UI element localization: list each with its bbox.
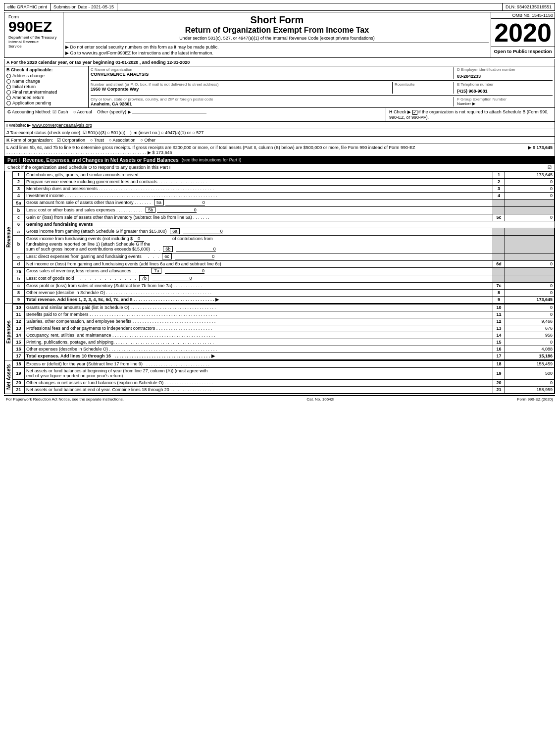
part1-desc: Revenue, Expenses, and Changes in Net As… (23, 157, 179, 163)
line-4-val: 0 (505, 192, 555, 199)
revenue-content: 1 Contributions, gifts, grants, and simi… (12, 171, 555, 303)
line-6d: d Net income or (loss) from gaming and f… (13, 260, 555, 267)
val-5a-inline: 0 (165, 200, 205, 205)
net-assets-table: 18 Excess or (deficit) for the year (Sub… (12, 360, 555, 394)
g-section: G Accounting Method: ☑ Cash ○ Accrual Ot… (4, 108, 386, 121)
pending-label: Application pending (12, 101, 51, 105)
line-6b-val (505, 235, 555, 253)
checkbox-pending[interactable]: Application pending (6, 101, 86, 105)
line-6b-desc: Gross income from fundraising events (no… (25, 235, 493, 253)
line-6-desc: Gaming and fundraising events (25, 221, 555, 228)
efile-label: efile GRAPHIC print (4, 3, 51, 10)
expenses-label: Expenses (4, 304, 12, 360)
org-name: CONVERGENCE ANALYSIS (91, 72, 452, 77)
main-form: A For the 2020 calendar year, or tax yea… (4, 59, 555, 394)
cat-number: Cat. No. 10642I (306, 397, 334, 402)
line-6a-num: a (13, 228, 25, 235)
line-9-ref: 9 (493, 296, 505, 303)
line-11-val: 0 (505, 311, 555, 318)
line-10-desc: Grants and similar amounts paid (list in… (25, 304, 493, 311)
amended-label: Amended return (12, 95, 45, 100)
line-6d-num: d (13, 260, 25, 267)
line-10-val: 0 (505, 304, 555, 311)
line-6d-desc: Net income or (loss) from gaming and fun… (25, 260, 493, 267)
line-13-val: 676 (505, 325, 555, 332)
title-center: Short Form Return of Organization Exempt… (63, 12, 491, 58)
line-21-val: 158,959 (505, 386, 555, 393)
line-12-desc: Salaries, other compensation, and employ… (25, 318, 493, 325)
name-label: Name change (12, 79, 40, 84)
line-6a-val (505, 228, 555, 235)
part1-label: Part I (7, 157, 20, 163)
line-18-ref: 18 (493, 360, 505, 367)
line-6b-ref (493, 235, 505, 253)
line-13-num: 13 (13, 325, 25, 332)
title-section: Form 990EZ Department of the Treasury In… (4, 12, 555, 58)
line-10-num: 10 (13, 304, 25, 311)
line-11-ref: 11 (493, 311, 505, 318)
line-17-num: 17 (13, 353, 25, 359)
line-19-desc: Net assets or fund balances at beginning… (25, 367, 493, 379)
line-7c: c Gross profit or (loss) from sales of i… (13, 282, 555, 289)
city: Anaheim, CA 92801 (91, 101, 452, 106)
line-8: 8 Other revenue (describe in Schedule O)… (13, 289, 555, 296)
line-7c-val: 0 (505, 282, 555, 289)
checkbox-name[interactable]: Name change (6, 79, 86, 84)
line-5a-desc: Gross amount from sale of assets other t… (25, 199, 493, 206)
line-13-desc: Professional fees and other payments to … (25, 325, 493, 332)
line-13: 13 Professional fees and other payments … (13, 325, 555, 332)
line-9-val: 173,645 (505, 296, 555, 303)
line-12: 12 Salaries, other compensation, and emp… (13, 318, 555, 325)
revenue-table: 1 Contributions, gifts, grants, and simi… (12, 171, 555, 303)
line-19: 19 Net assets or fund balances at beginn… (13, 367, 555, 379)
line-19-ref: 19 (493, 367, 505, 379)
line-15-ref: 15 (493, 339, 505, 346)
line-4-ref: 4 (493, 192, 505, 199)
section-b-left: B Check if applicable: Address change Na… (4, 66, 89, 107)
paperwork-notice: For Paperwork Reduction Act Notice, see … (6, 397, 124, 402)
line-16: 16 Other expenses (describe in Schedule … (13, 346, 555, 353)
checkbox-amended[interactable]: Amended return (6, 95, 86, 100)
line-17-desc: Total expenses. Add lines 10 through 16 … (25, 353, 493, 359)
line-5c: c Gain or (loss) from sale of assets oth… (13, 214, 555, 221)
line-5b-num: b (13, 206, 25, 214)
line-8-desc: Other revenue (describe in Schedule O) .… (25, 289, 493, 296)
no-ssn: ▶ Do not enter social security numbers o… (65, 45, 489, 50)
ein: 83-2842233 (457, 74, 553, 79)
line-14-val: 956 (505, 332, 555, 339)
line-21-num: 21 (13, 386, 25, 393)
line-5c-val: 0 (505, 214, 555, 221)
part1-check-text: Check if the organization used Schedule … (7, 165, 170, 170)
website: www.convergenceanalysis.org (32, 123, 92, 128)
expenses-section: Expenses 10 Grants and similar amounts p… (4, 303, 555, 360)
line-1-val: 173,645 (505, 171, 555, 178)
val-7b-inline: 0 (152, 276, 192, 281)
year-number: 2020 (491, 19, 555, 47)
line-18: 18 Excess or (deficit) for the year (Sub… (13, 360, 555, 367)
line-6c-desc: Less: direct expenses from gaming and fu… (25, 253, 493, 260)
line-14-num: 14 (13, 332, 25, 339)
line-5b: b Less: cost or other basis and sales ex… (13, 206, 555, 214)
ref-6b: 6b (163, 246, 173, 252)
section-b-right: C Name of organization CONVERGENCE ANALY… (89, 66, 555, 107)
i-row: I Website: ▶ www.convergenceanalysis.org (4, 122, 555, 129)
checkbox-final[interactable]: Final return/terminated (6, 90, 86, 95)
pending-circle (6, 101, 11, 105)
line-16-num: 16 (13, 346, 25, 353)
line-1-desc: Contributions, gifts, grants, and simila… (25, 171, 493, 178)
line-5c-desc: Gain or (loss) from sale of assets other… (25, 214, 493, 221)
line-6c-val (505, 253, 555, 260)
line-12-num: 12 (13, 318, 25, 325)
ref-7a: 7a (152, 268, 161, 274)
street: 1950 W Corporate Way (91, 87, 390, 92)
checkbox-initial[interactable]: Initial return (6, 84, 86, 89)
line-20-desc: Other changes in net assets or fund bala… (25, 379, 493, 386)
val-6a-inline: 0 (183, 229, 223, 234)
checkbox-address[interactable]: Address change (6, 73, 86, 78)
line-7b-ref (493, 275, 505, 282)
l-dots: . . . . . . . . . . . . . . . . . . . . … (6, 150, 172, 155)
line-2-num: 2 (13, 178, 25, 185)
line-5b-desc: Less: cost or other basis and sales expe… (25, 206, 493, 214)
line-1-ref: 1 (493, 171, 505, 178)
footer: For Paperwork Reduction Act Notice, see … (4, 395, 555, 403)
